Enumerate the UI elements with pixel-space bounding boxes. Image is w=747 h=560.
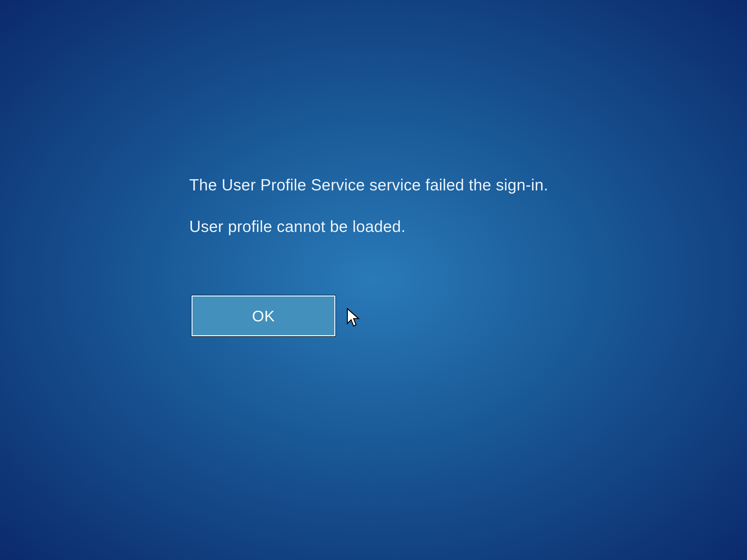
error-message-container: The User Profile Service service failed …: [189, 176, 548, 236]
ok-button[interactable]: OK: [191, 295, 336, 337]
error-message-line2: User profile cannot be loaded.: [189, 217, 548, 236]
cursor-icon: [346, 308, 361, 330]
error-message-line1: The User Profile Service service failed …: [189, 176, 548, 195]
